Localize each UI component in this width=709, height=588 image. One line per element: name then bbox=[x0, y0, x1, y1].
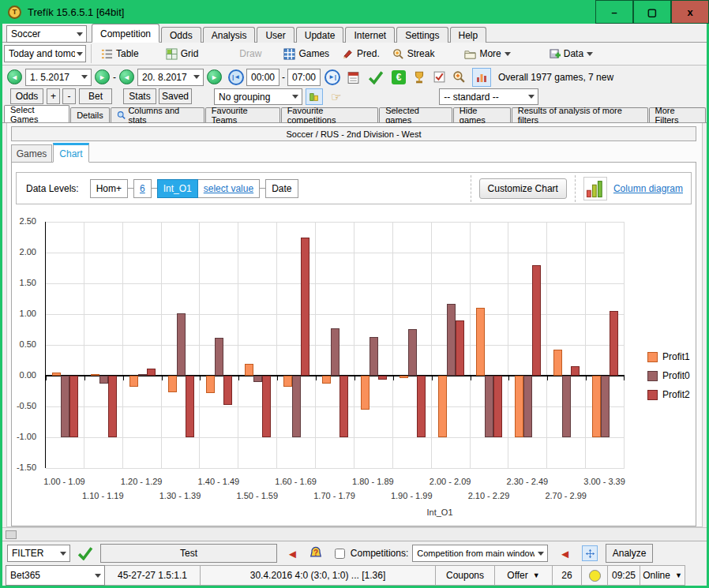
splitter[interactable] bbox=[2, 527, 707, 541]
menu-tab-competition[interactable]: Competition bbox=[92, 24, 159, 43]
menu-tab-help[interactable]: Help bbox=[450, 27, 487, 43]
close-button[interactable]: x bbox=[671, 0, 709, 24]
minimize-button[interactable]: – bbox=[595, 0, 633, 24]
select-value-link[interactable]: select value bbox=[198, 179, 260, 198]
competitions-select[interactable]: Competition from main window bbox=[412, 545, 548, 562]
gridline bbox=[470, 222, 471, 468]
tab-more-filters[interactable]: More Filters bbox=[649, 107, 706, 122]
tab-columns-and-stats[interactable]: Columns and stats bbox=[111, 107, 204, 122]
tab-results-analysis[interactable]: Results of analysis of more filters bbox=[512, 107, 648, 122]
tab-selected-games[interactable]: Selected games bbox=[379, 107, 452, 122]
tab-games-view[interactable]: Games bbox=[11, 144, 52, 163]
expand-tool-button[interactable] bbox=[582, 545, 598, 561]
menu-tab-odds[interactable]: Odds bbox=[161, 27, 201, 43]
more-button[interactable]: More bbox=[460, 47, 515, 62]
date-from-select[interactable]: 1. 5.2017 bbox=[25, 69, 92, 86]
minus-button[interactable]: - bbox=[62, 88, 76, 104]
level-hom-value-link[interactable]: 6 bbox=[133, 179, 152, 198]
menu-tab-internet[interactable]: Internet bbox=[345, 27, 395, 43]
tab-favourite-competitions[interactable]: Favourite competitions bbox=[281, 107, 379, 122]
sport-select[interactable]: Soccer bbox=[6, 25, 87, 43]
axis-tick bbox=[432, 376, 433, 380]
trophy-icon[interactable] bbox=[412, 70, 426, 84]
checklist-icon[interactable] bbox=[433, 70, 446, 84]
time-to-field[interactable]: 07:00 bbox=[287, 69, 321, 86]
help-bell-icon[interactable]: ? bbox=[308, 545, 324, 561]
tab-favourite-teams[interactable]: Favourite Teams bbox=[205, 107, 280, 122]
online-cell[interactable]: Online ▼ bbox=[640, 565, 685, 586]
analyze-button[interactable]: Analyze bbox=[606, 544, 653, 563]
streak-button[interactable]: Streak bbox=[388, 47, 440, 62]
bar-profit1-11 bbox=[476, 308, 485, 376]
odds-button[interactable]: Odds bbox=[10, 88, 43, 104]
plus-button[interactable]: + bbox=[47, 88, 60, 104]
games-button[interactable]: Games bbox=[279, 47, 334, 62]
tab-hide-games[interactable]: Hide games bbox=[453, 107, 511, 122]
time-skip-fwd-button[interactable]: ►| bbox=[324, 69, 340, 85]
splitter-thumb[interactable] bbox=[6, 530, 17, 539]
menu-tab-update[interactable]: Update bbox=[296, 27, 344, 43]
gridline bbox=[199, 222, 200, 468]
column-diagram-link[interactable]: Column diagram bbox=[613, 183, 683, 194]
bar-profit0-13 bbox=[562, 376, 571, 437]
calendar-icon[interactable] bbox=[347, 70, 360, 84]
grouping-select[interactable]: No grouping bbox=[214, 88, 302, 105]
bar-profit1-12 bbox=[515, 376, 523, 437]
axis-tick bbox=[547, 376, 548, 380]
euro-icon[interactable]: € bbox=[392, 70, 406, 84]
standard-select[interactable]: -- standard -- bbox=[439, 88, 538, 105]
next-date-from-button[interactable]: ► bbox=[95, 69, 110, 84]
menu-tab-settings[interactable]: Settings bbox=[396, 27, 448, 43]
filter-select[interactable]: FILTER bbox=[7, 545, 70, 562]
gridline bbox=[315, 222, 316, 468]
resize-grip[interactable] bbox=[685, 565, 707, 586]
hand-pointer-icon[interactable]: ☞ bbox=[331, 91, 341, 103]
legend-label: Profit0 bbox=[662, 370, 690, 381]
saved-button[interactable]: Saved bbox=[159, 88, 192, 104]
bet-button[interactable]: Bet bbox=[79, 88, 112, 104]
grid-button[interactable]: Grid bbox=[161, 47, 204, 62]
customize-chart-button[interactable]: Customize Chart bbox=[479, 178, 567, 199]
menu-tab-user[interactable]: User bbox=[257, 27, 294, 43]
red-arrow-left-icon[interactable]: ◄ bbox=[287, 548, 298, 560]
tab-chart-view[interactable]: Chart bbox=[53, 143, 89, 163]
legend-label: Profit2 bbox=[662, 389, 690, 400]
axis-tick bbox=[508, 376, 509, 380]
chevron-down-icon bbox=[73, 26, 86, 42]
pred-button[interactable]: Pred. bbox=[337, 47, 385, 62]
chart-view-button[interactable] bbox=[472, 68, 491, 87]
level-date-chip[interactable]: Date bbox=[265, 179, 298, 198]
zoom-plus-icon[interactable] bbox=[452, 70, 466, 84]
chevron-down-icon: ▼ bbox=[533, 571, 540, 579]
test-button[interactable]: Test bbox=[100, 544, 277, 563]
date-range-select[interactable]: Today and tomorr... bbox=[4, 45, 86, 62]
red-arrow-left-icon[interactable]: ◄ bbox=[559, 548, 571, 560]
time-from-field[interactable]: 00:00 bbox=[246, 69, 279, 86]
prev-date-to-button[interactable]: ◄ bbox=[119, 69, 134, 84]
level-hom-chip[interactable]: Hom+ bbox=[90, 179, 128, 198]
gridline bbox=[431, 222, 432, 468]
time-skip-back-button[interactable]: |◄ bbox=[228, 69, 244, 85]
competitions-checkbox[interactable] bbox=[335, 549, 345, 559]
bookmaker-select[interactable]: Bet365 bbox=[6, 565, 105, 586]
tab-select-games[interactable]: Select Games bbox=[4, 105, 69, 122]
chevron-down-icon bbox=[535, 545, 547, 561]
level-int-o1-chip[interactable]: Int_O1 bbox=[157, 179, 198, 198]
data-button[interactable]: Data bbox=[544, 47, 598, 62]
filter-check-icon[interactable] bbox=[77, 546, 94, 560]
coupons-cell[interactable]: Coupons bbox=[435, 565, 495, 586]
maximize-button[interactable]: ▢ bbox=[633, 0, 671, 24]
grouping-tool-button[interactable] bbox=[306, 88, 323, 105]
menu-tab-analysis[interactable]: Analysis bbox=[203, 27, 256, 43]
next-date-to-button[interactable]: ► bbox=[207, 69, 222, 84]
y-tick-label: 0.00 bbox=[0, 370, 36, 380]
stats-button[interactable]: Stats bbox=[123, 88, 156, 104]
offer-cell[interactable]: Offer ▼ bbox=[494, 565, 553, 586]
date-to-select[interactable]: 20. 8.2017 bbox=[137, 69, 204, 86]
chart-legend: Profit1Profit0Profit2 bbox=[647, 347, 690, 404]
tab-details[interactable]: Details bbox=[70, 107, 110, 122]
apply-check-icon[interactable] bbox=[368, 70, 384, 84]
axis-tick bbox=[200, 376, 201, 380]
table-button[interactable]: Table bbox=[96, 47, 144, 62]
prev-date-from-button[interactable]: ◄ bbox=[7, 69, 22, 84]
